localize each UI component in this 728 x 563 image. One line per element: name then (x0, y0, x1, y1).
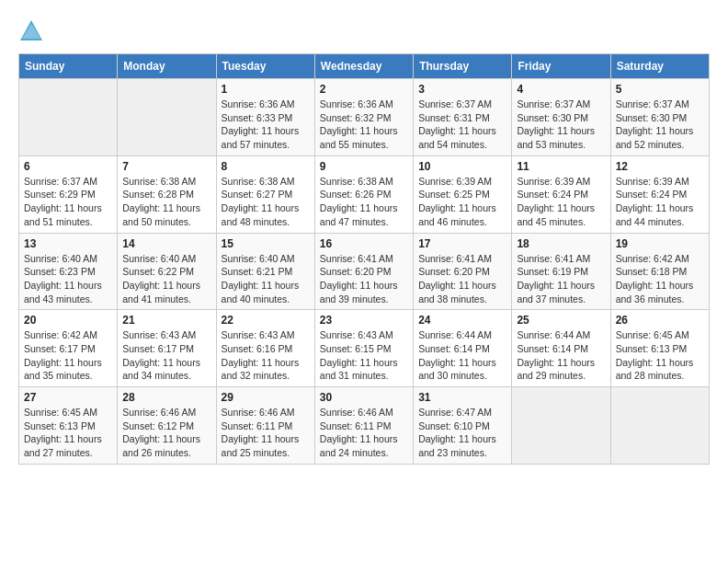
calendar-cell: 15Sunrise: 6:40 AMSunset: 6:21 PMDayligh… (216, 233, 314, 310)
day-info: Sunrise: 6:45 AMSunset: 6:13 PMDaylight:… (616, 328, 704, 383)
calendar-cell (118, 79, 216, 156)
day-number: 31 (418, 391, 506, 404)
day-header-saturday: Saturday (610, 54, 709, 79)
calendar-cell: 24Sunrise: 6:44 AMSunset: 6:14 PMDayligh… (414, 310, 512, 387)
calendar-cell: 27Sunrise: 6:45 AMSunset: 6:13 PMDayligh… (19, 387, 118, 465)
calendar-cell: 20Sunrise: 6:42 AMSunset: 6:17 PMDayligh… (19, 310, 118, 387)
day-info: Sunrise: 6:38 AMSunset: 6:28 PMDaylight:… (122, 175, 210, 229)
day-header-tuesday: Tuesday (216, 54, 314, 79)
calendar-cell: 31Sunrise: 6:47 AMSunset: 6:10 PMDayligh… (414, 387, 512, 465)
day-header-wednesday: Wednesday (314, 54, 413, 79)
day-info: Sunrise: 6:44 AMSunset: 6:14 PMDaylight:… (517, 328, 605, 383)
day-number: 13 (24, 237, 112, 250)
day-number: 4 (517, 83, 605, 96)
calendar-cell: 10Sunrise: 6:39 AMSunset: 6:25 PMDayligh… (414, 155, 512, 233)
calendar-cell: 14Sunrise: 6:40 AMSunset: 6:22 PMDayligh… (118, 233, 216, 310)
day-info: Sunrise: 6:39 AMSunset: 6:24 PMDaylight:… (616, 175, 704, 229)
page-header (18, 18, 710, 44)
calendar-cell: 3Sunrise: 6:37 AMSunset: 6:31 PMDaylight… (414, 79, 512, 156)
day-number: 29 (222, 391, 310, 404)
day-number: 8 (222, 160, 310, 173)
day-number: 20 (24, 314, 112, 327)
day-number: 27 (24, 391, 112, 404)
day-info: Sunrise: 6:38 AMSunset: 6:26 PMDaylight:… (320, 175, 408, 229)
logo-icon (18, 18, 44, 44)
calendar-table: SundayMondayTuesdayWednesdayThursdayFrid… (18, 53, 710, 465)
calendar-cell: 16Sunrise: 6:41 AMSunset: 6:20 PMDayligh… (314, 233, 413, 310)
day-info: Sunrise: 6:36 AMSunset: 6:33 PMDaylight:… (222, 98, 310, 152)
calendar-cell: 19Sunrise: 6:42 AMSunset: 6:18 PMDayligh… (610, 233, 709, 310)
day-info: Sunrise: 6:39 AMSunset: 6:24 PMDaylight:… (517, 175, 605, 229)
calendar-cell: 1Sunrise: 6:36 AMSunset: 6:33 PMDaylight… (216, 79, 314, 156)
day-info: Sunrise: 6:46 AMSunset: 6:12 PMDaylight:… (122, 406, 210, 460)
calendar-cell: 26Sunrise: 6:45 AMSunset: 6:13 PMDayligh… (610, 310, 709, 387)
day-info: Sunrise: 6:41 AMSunset: 6:20 PMDaylight:… (320, 252, 408, 306)
calendar-week-row: 6Sunrise: 6:37 AMSunset: 6:29 PMDaylight… (19, 155, 710, 233)
calendar-cell: 18Sunrise: 6:41 AMSunset: 6:19 PMDayligh… (512, 233, 610, 310)
calendar-cell: 23Sunrise: 6:43 AMSunset: 6:15 PMDayligh… (314, 310, 413, 387)
day-info: Sunrise: 6:36 AMSunset: 6:32 PMDaylight:… (320, 98, 408, 152)
day-info: Sunrise: 6:47 AMSunset: 6:10 PMDaylight:… (418, 406, 506, 460)
day-info: Sunrise: 6:37 AMSunset: 6:29 PMDaylight:… (24, 175, 112, 229)
day-number: 1 (222, 83, 310, 96)
calendar-cell: 25Sunrise: 6:44 AMSunset: 6:14 PMDayligh… (512, 310, 610, 387)
day-number: 6 (24, 160, 112, 173)
day-info: Sunrise: 6:37 AMSunset: 6:31 PMDaylight:… (418, 98, 506, 152)
day-number: 7 (122, 160, 210, 173)
day-header-monday: Monday (118, 54, 216, 79)
calendar-cell (512, 387, 610, 465)
day-number: 21 (122, 314, 210, 327)
calendar-cell: 13Sunrise: 6:40 AMSunset: 6:23 PMDayligh… (19, 233, 118, 310)
day-number: 12 (616, 160, 704, 173)
day-info: Sunrise: 6:42 AMSunset: 6:18 PMDaylight:… (616, 252, 704, 306)
day-info: Sunrise: 6:41 AMSunset: 6:19 PMDaylight:… (517, 252, 605, 306)
day-number: 26 (616, 314, 704, 327)
day-number: 9 (320, 160, 408, 173)
day-info: Sunrise: 6:38 AMSunset: 6:27 PMDaylight:… (222, 175, 310, 229)
calendar-cell: 8Sunrise: 6:38 AMSunset: 6:27 PMDaylight… (216, 155, 314, 233)
day-number: 25 (517, 314, 605, 327)
day-number: 28 (122, 391, 210, 404)
day-info: Sunrise: 6:40 AMSunset: 6:22 PMDaylight:… (122, 252, 210, 306)
day-info: Sunrise: 6:40 AMSunset: 6:23 PMDaylight:… (24, 252, 112, 306)
svg-marker-1 (22, 24, 40, 39)
calendar-week-row: 27Sunrise: 6:45 AMSunset: 6:13 PMDayligh… (19, 387, 710, 465)
day-info: Sunrise: 6:37 AMSunset: 6:30 PMDaylight:… (616, 98, 704, 152)
calendar-cell: 29Sunrise: 6:46 AMSunset: 6:11 PMDayligh… (216, 387, 314, 465)
day-info: Sunrise: 6:46 AMSunset: 6:11 PMDaylight:… (320, 406, 408, 460)
day-number: 15 (222, 237, 310, 250)
day-number: 30 (320, 391, 408, 404)
calendar-header-row: SundayMondayTuesdayWednesdayThursdayFrid… (19, 54, 710, 79)
calendar-cell: 6Sunrise: 6:37 AMSunset: 6:29 PMDaylight… (19, 155, 118, 233)
calendar-cell: 5Sunrise: 6:37 AMSunset: 6:30 PMDaylight… (610, 79, 709, 156)
day-info: Sunrise: 6:41 AMSunset: 6:20 PMDaylight:… (418, 252, 506, 306)
calendar-week-row: 1Sunrise: 6:36 AMSunset: 6:33 PMDaylight… (19, 79, 710, 156)
day-info: Sunrise: 6:45 AMSunset: 6:13 PMDaylight:… (24, 406, 112, 460)
day-number: 5 (616, 83, 704, 96)
day-info: Sunrise: 6:46 AMSunset: 6:11 PMDaylight:… (222, 406, 310, 460)
calendar-cell: 28Sunrise: 6:46 AMSunset: 6:12 PMDayligh… (118, 387, 216, 465)
calendar-cell: 11Sunrise: 6:39 AMSunset: 6:24 PMDayligh… (512, 155, 610, 233)
calendar-cell (610, 387, 709, 465)
calendar-week-row: 20Sunrise: 6:42 AMSunset: 6:17 PMDayligh… (19, 310, 710, 387)
day-number: 18 (517, 237, 605, 250)
day-header-friday: Friday (512, 54, 610, 79)
day-number: 16 (320, 237, 408, 250)
calendar-cell: 7Sunrise: 6:38 AMSunset: 6:28 PMDaylight… (118, 155, 216, 233)
calendar-cell: 12Sunrise: 6:39 AMSunset: 6:24 PMDayligh… (610, 155, 709, 233)
day-number: 23 (320, 314, 408, 327)
day-number: 11 (517, 160, 605, 173)
day-number: 19 (616, 237, 704, 250)
day-number: 3 (418, 83, 506, 96)
day-info: Sunrise: 6:43 AMSunset: 6:15 PMDaylight:… (320, 328, 408, 383)
day-number: 17 (418, 237, 506, 250)
logo (18, 18, 48, 44)
calendar-cell: 17Sunrise: 6:41 AMSunset: 6:20 PMDayligh… (414, 233, 512, 310)
calendar-cell: 22Sunrise: 6:43 AMSunset: 6:16 PMDayligh… (216, 310, 314, 387)
day-info: Sunrise: 6:43 AMSunset: 6:17 PMDaylight:… (122, 328, 210, 383)
calendar-cell: 2Sunrise: 6:36 AMSunset: 6:32 PMDaylight… (314, 79, 413, 156)
calendar-cell: 30Sunrise: 6:46 AMSunset: 6:11 PMDayligh… (314, 387, 413, 465)
calendar-cell: 21Sunrise: 6:43 AMSunset: 6:17 PMDayligh… (118, 310, 216, 387)
day-number: 24 (418, 314, 506, 327)
day-header-thursday: Thursday (414, 54, 512, 79)
